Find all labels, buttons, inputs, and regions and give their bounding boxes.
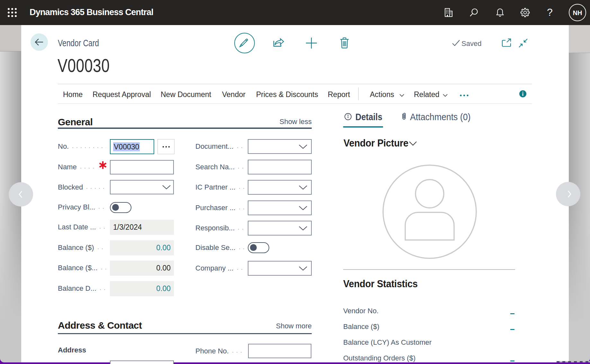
svg-text:NH: NH xyxy=(573,9,582,16)
